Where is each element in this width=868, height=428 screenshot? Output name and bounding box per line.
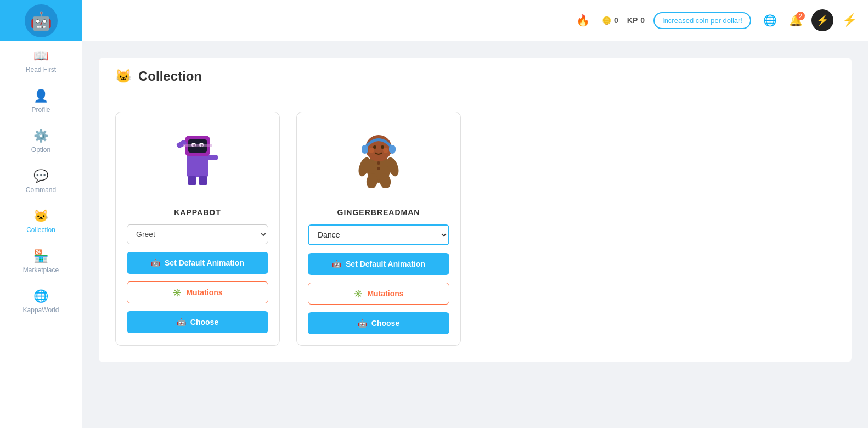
coin-display: 🪙 0 bbox=[602, 16, 618, 25]
mutations-icon-gingerbreadman: ✳️ bbox=[353, 289, 363, 298]
content-area: 🐱 Collection bbox=[82, 41, 868, 428]
sidebar-item-collection[interactable]: 🐱 Collection bbox=[0, 201, 82, 241]
command-icon: 💬 bbox=[33, 169, 48, 183]
kp-count: 0 bbox=[640, 16, 645, 25]
collection-label: Collection bbox=[26, 226, 55, 234]
collection-icon: 🐱 bbox=[33, 209, 48, 223]
coin-icon: 🪙 bbox=[602, 16, 611, 25]
promo-label: Increased coin per dollar! bbox=[662, 16, 742, 25]
bot-avatar-gingerbreadman bbox=[308, 123, 449, 200]
page-header: 🐱 Collection bbox=[99, 58, 852, 95]
logo-icon: 🤖 bbox=[30, 10, 52, 31]
set-default-icon-kappabot: 🤖 bbox=[151, 258, 160, 267]
mutations-label-kappabot: Mutations bbox=[186, 288, 222, 297]
main-wrapper: 🔥 🪙 0 KP 0 Increased coin per dollar! 🌐 … bbox=[82, 0, 868, 428]
kappabot-sprite bbox=[173, 127, 222, 188]
sidebar-logo: 🤖 bbox=[0, 0, 82, 41]
mutations-btn-gingerbreadman[interactable]: ✳️ Mutations bbox=[308, 283, 449, 305]
mutations-btn-kappabot[interactable]: ✳️ Mutations bbox=[127, 281, 268, 303]
notification-button[interactable]: 🔔 2 bbox=[789, 14, 803, 27]
svg-rect-18 bbox=[362, 145, 368, 154]
svg-point-17 bbox=[383, 148, 388, 153]
promo-button[interactable]: Increased coin per dollar! bbox=[653, 12, 751, 29]
svg-point-15 bbox=[381, 145, 384, 149]
choose-btn-kappabot[interactable]: 🤖 Choose bbox=[127, 311, 268, 333]
read-first-label: Read First bbox=[26, 66, 56, 74]
coin-count: 0 bbox=[614, 16, 618, 25]
svg-point-14 bbox=[373, 145, 376, 149]
bolt-button[interactable]: ⚡ bbox=[842, 13, 857, 27]
command-label: Command bbox=[26, 186, 56, 194]
bolt-icon: ⚡ bbox=[842, 13, 857, 27]
fire-button[interactable]: 🔥 bbox=[573, 12, 593, 29]
logo-circle: 🤖 bbox=[25, 4, 58, 37]
marketplace-icon: 🏪 bbox=[33, 249, 48, 263]
animation-select-kappabot[interactable]: GreetDanceWaveIdleJump bbox=[127, 224, 268, 244]
mutations-icon-kappabot: ✳️ bbox=[172, 288, 182, 297]
choose-icon-gingerbreadman: 🤖 bbox=[358, 319, 367, 328]
kp-display: KP 0 bbox=[627, 16, 645, 25]
choose-btn-gingerbreadman[interactable]: 🤖 Choose bbox=[308, 312, 449, 334]
page-panel: 🐱 Collection bbox=[99, 58, 852, 362]
globe-button[interactable]: 🌐 bbox=[760, 12, 780, 29]
read-first-icon: 📖 bbox=[33, 49, 48, 63]
svg-point-24 bbox=[377, 161, 380, 165]
set-default-btn-gingerbreadman[interactable]: 🤖 Set Default Animation bbox=[308, 253, 449, 275]
page-title: Collection bbox=[138, 69, 202, 84]
profile-label: Profile bbox=[31, 106, 50, 114]
svg-rect-8 bbox=[208, 155, 218, 160]
set-default-icon-gingerbreadman: 🤖 bbox=[332, 260, 341, 268]
sidebar-item-profile[interactable]: 👤 Profile bbox=[0, 81, 82, 121]
svg-point-25 bbox=[377, 167, 380, 170]
bot-card-kappabot: KAPPABOT GreetDanceWaveIdleJump 🤖 Set De… bbox=[115, 112, 280, 346]
gingerbread-sprite bbox=[354, 127, 403, 188]
avatar-icon: ⚡ bbox=[816, 14, 828, 26]
choose-icon-kappabot: 🤖 bbox=[177, 318, 186, 326]
mutations-label-gingerbreadman: Mutations bbox=[367, 289, 403, 298]
option-label: Option bbox=[31, 146, 50, 154]
svg-rect-9 bbox=[188, 176, 196, 185]
choose-label-kappabot: Choose bbox=[190, 318, 218, 326]
kappaworld-label: KappaWorld bbox=[23, 306, 59, 314]
sidebar-item-read-first[interactable]: 📖 Read First bbox=[0, 41, 82, 81]
sidebar-item-marketplace[interactable]: 🏪 Marketplace bbox=[0, 241, 82, 281]
svg-rect-10 bbox=[199, 176, 207, 185]
marketplace-label: Marketplace bbox=[23, 266, 59, 274]
globe-icon: 🌐 bbox=[763, 14, 777, 27]
choose-label-gingerbreadman: Choose bbox=[371, 319, 399, 328]
fire-icon: 🔥 bbox=[576, 14, 590, 27]
bot-card-gingerbreadman: GINGERBREADMAN DanceGreetWaveIdleJump 🤖 … bbox=[296, 112, 461, 346]
profile-icon: 👤 bbox=[33, 89, 48, 103]
notification-badge: 2 bbox=[796, 12, 805, 20]
bot-name-gingerbreadman: GINGERBREADMAN bbox=[337, 208, 420, 217]
sidebar-item-kappaworld[interactable]: 🌐 KappaWorld bbox=[0, 281, 82, 322]
header: 🔥 🪙 0 KP 0 Increased coin per dollar! 🌐 … bbox=[82, 0, 868, 41]
svg-rect-19 bbox=[389, 145, 396, 154]
sidebar-item-command[interactable]: 💬 Command bbox=[0, 161, 82, 201]
avatar-button[interactable]: ⚡ bbox=[811, 9, 833, 31]
sidebar-item-option[interactable]: ⚙️ Option bbox=[0, 121, 82, 161]
svg-rect-11 bbox=[183, 144, 212, 147]
bot-avatar-kappabot bbox=[127, 123, 268, 200]
bot-name-kappabot: KAPPABOT bbox=[174, 208, 221, 217]
kp-label: KP bbox=[627, 16, 638, 25]
set-default-label-kappabot: Set Default Animation bbox=[165, 258, 244, 267]
page-icon: 🐱 bbox=[115, 69, 132, 84]
svg-point-16 bbox=[369, 148, 374, 153]
cards-container: KAPPABOT GreetDanceWaveIdleJump 🤖 Set De… bbox=[99, 95, 852, 362]
sidebar-nav: 📖 Read First 👤 Profile ⚙️ Option 💬 Comma… bbox=[0, 41, 82, 322]
sidebar: 🤖 📖 Read First 👤 Profile ⚙️ Option 💬 Com… bbox=[0, 0, 82, 428]
option-icon: ⚙️ bbox=[33, 129, 48, 143]
kappaworld-icon: 🌐 bbox=[33, 289, 48, 303]
set-default-label-gingerbreadman: Set Default Animation bbox=[346, 260, 425, 268]
animation-select-gingerbreadman[interactable]: DanceGreetWaveIdleJump bbox=[308, 224, 449, 245]
set-default-btn-kappabot[interactable]: 🤖 Set Default Animation bbox=[127, 252, 268, 274]
